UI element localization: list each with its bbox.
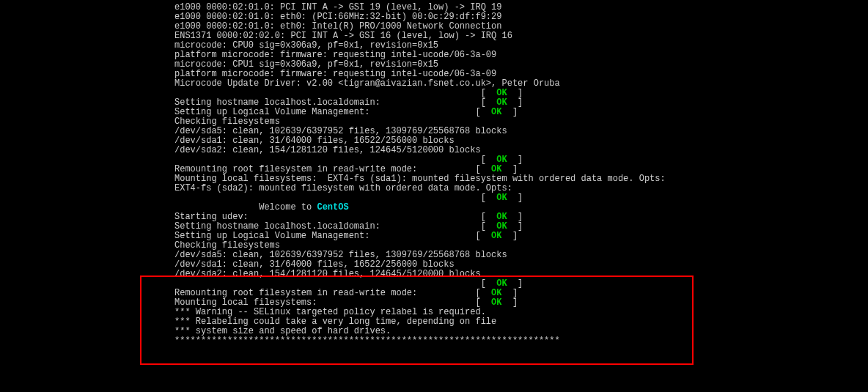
status-bracket: [	[481, 193, 497, 203]
pad	[417, 164, 475, 174]
status-bracket: [	[475, 107, 491, 117]
line-text: *** Warning -- SELinux targeted policy r…	[174, 307, 486, 317]
status-ok: OK	[496, 97, 507, 108]
line-text: platform microcode: firmware: requesting…	[174, 69, 496, 79]
line-text: e1000 0000:02:01.0: PCI INT A -> GSI 19 …	[174, 2, 501, 12]
status-bracket: ]	[507, 155, 523, 165]
status-bracket: ]	[502, 164, 518, 174]
status-ok: OK	[496, 88, 507, 98]
line-text: /dev/sda1: clean, 31/64000 files, 16522/…	[174, 259, 455, 270]
line-text: *** Relabeling could take a very long ti…	[174, 317, 496, 327]
pad	[380, 97, 481, 108]
line-text: Starting udev:	[174, 212, 249, 222]
welcome-prefix: Welcome to	[174, 202, 317, 212]
line-text: e1000 0000:02:01.0: eth0: (PCI:66MHz:32-…	[174, 12, 501, 22]
status-bracket: ]	[502, 297, 518, 308]
status-ok: OK	[496, 212, 507, 222]
line-text: microcode: CPU1 sig=0x306a9, pf=0x1, rev…	[174, 59, 438, 70]
line-text: EXT4-fs (sda2): mounted filesystem with …	[174, 183, 512, 193]
boot-line: ****************************************…	[0, 336, 868, 346]
status-ok: OK	[496, 278, 507, 289]
os-name: CentOS	[317, 202, 348, 212]
status-bracket: [	[475, 164, 491, 174]
line-text: e1000 0000:02:01.0: eth0: Intel(R) PRO/1…	[174, 21, 501, 32]
status-bracket: [	[481, 88, 497, 98]
line-text: /dev/sda5: clean, 102639/6397952 files, …	[174, 126, 507, 136]
status-bracket: [	[481, 278, 497, 289]
line-text: ****************************************…	[174, 336, 560, 346]
line-text: platform microcode: firmware: requesting…	[174, 50, 496, 60]
line-text: *** system size and speed of hard drives…	[174, 326, 391, 336]
pad	[317, 297, 475, 308]
line-text: Remounting root filesystem in read-write…	[174, 288, 417, 298]
status-ok: OK	[491, 164, 501, 174]
status-bracket: [	[475, 231, 491, 241]
status-ok: OK	[496, 193, 507, 203]
pad	[174, 88, 481, 98]
boot-terminal: e1000 0000:02:01.0: PCI INT A -> GSI 19 …	[0, 3, 868, 346]
status-bracket: ]	[502, 107, 518, 117]
status-bracket: [	[481, 155, 497, 165]
status-bracket: ]	[507, 221, 523, 232]
line-text: ENS1371 0000:02:02.0: PCI INT A -> GSI 1…	[174, 31, 512, 41]
status-bracket: [	[481, 212, 497, 222]
status-bracket: ]	[507, 88, 523, 98]
status-ok: OK	[491, 297, 501, 308]
pad	[417, 288, 475, 298]
line-text: Mounting local filesystems:	[174, 297, 317, 308]
status-bracket: ]	[502, 231, 518, 241]
pad	[249, 212, 481, 222]
boot-line: Setting up Logical Volume Management: [ …	[0, 108, 868, 117]
boot-line: *** Relabeling could take a very long ti…	[0, 317, 868, 327]
status-bracket: ]	[507, 97, 523, 108]
line-text: Remounting root filesystem in read-write…	[174, 164, 417, 174]
status-bracket: ]	[507, 193, 523, 203]
pad	[369, 107, 475, 117]
status-ok: OK	[491, 107, 501, 117]
status-bracket: ]	[507, 278, 523, 289]
line-text: Microcode Update Driver: v2.00 <tigran@a…	[174, 78, 560, 89]
pad	[380, 221, 481, 232]
status-bracket: [	[475, 288, 491, 298]
line-text: microcode: CPU0 sig=0x306a9, pf=0x1, rev…	[174, 40, 438, 51]
line-text: Setting up Logical Volume Management:	[174, 231, 369, 241]
status-ok: OK	[491, 288, 501, 298]
status-bracket: ]	[502, 288, 518, 298]
pad	[174, 193, 481, 203]
status-ok: OK	[496, 155, 507, 165]
line-text: /dev/sda5: clean, 102639/6397952 files, …	[174, 250, 507, 260]
line-text: Setting hostname localhost.localdomain:	[174, 221, 380, 232]
line-text: Checking filesystems	[174, 240, 280, 251]
line-text: Mounting local filesystems: EXT4-fs (sda…	[174, 174, 666, 184]
status-bracket: [	[475, 297, 491, 308]
line-text: Checking filesystems	[174, 117, 280, 127]
status-bracket: [	[481, 97, 497, 108]
line-text: /dev/sda2: clean, 154/1281120 files, 124…	[174, 269, 481, 279]
status-bracket: ]	[507, 212, 523, 222]
status-bracket: [	[481, 221, 497, 232]
pad	[174, 155, 481, 165]
status-ok: OK	[496, 221, 507, 232]
pad	[369, 231, 475, 241]
line-text: /dev/sda1: clean, 31/64000 files, 16522/…	[174, 136, 455, 146]
line-text: Setting up Logical Volume Management:	[174, 107, 369, 117]
boot-line: Setting up Logical Volume Management: [ …	[0, 232, 868, 241]
status-ok: OK	[491, 231, 501, 241]
line-text: /dev/sda2: clean, 154/1281120 files, 124…	[174, 145, 481, 155]
line-text: Setting hostname localhost.localdomain:	[174, 97, 380, 108]
pad	[174, 278, 481, 289]
boot-line: [ OK ]	[0, 193, 868, 203]
